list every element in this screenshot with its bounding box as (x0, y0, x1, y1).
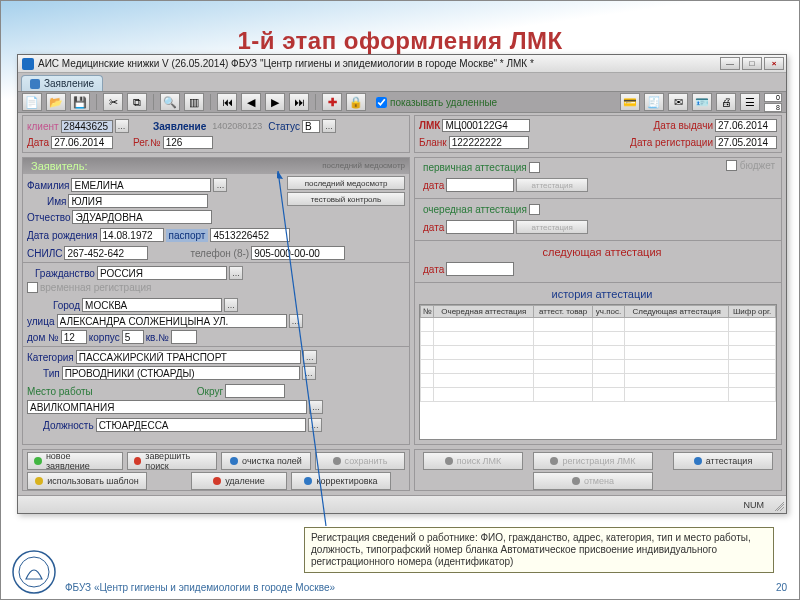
clear-fields-button[interactable]: очистка полей (221, 452, 311, 470)
reg-date-input[interactable] (715, 136, 777, 149)
status-input[interactable] (302, 120, 320, 133)
table-header[interactable]: Следующая аттестация (625, 306, 729, 318)
tool-prev-icon[interactable]: ◀ (241, 93, 261, 111)
phone-input[interactable] (251, 246, 345, 260)
lmk-reg-button[interactable]: регистрация ЛМК (533, 452, 653, 470)
finish-search-button[interactable]: завершить поиск (127, 452, 217, 470)
korpus-input[interactable] (122, 330, 144, 344)
street-input[interactable] (57, 314, 287, 328)
tool-medical-icon[interactable]: ✚ (322, 93, 342, 111)
tool-cut-icon[interactable]: ✂ (103, 93, 123, 111)
save-button[interactable]: сохранить (315, 452, 405, 470)
house-input[interactable] (61, 330, 87, 344)
snils-input[interactable] (64, 246, 148, 260)
table-header[interactable]: уч.пос. (592, 306, 624, 318)
surname-input[interactable] (71, 178, 211, 192)
dob-input[interactable] (100, 228, 164, 242)
table-row[interactable] (421, 360, 776, 374)
use-template-button[interactable]: использовать шаблон (27, 472, 147, 490)
primary-att-checkbox[interactable] (529, 162, 540, 173)
upcoming-date-input[interactable] (446, 262, 514, 276)
window-maximize-button[interactable]: □ (742, 57, 762, 70)
tab-application[interactable]: Заявление (21, 75, 103, 91)
show-deleted-checkbox[interactable]: показывать удаленные (376, 97, 497, 108)
flat-input[interactable] (171, 330, 197, 344)
client-lookup-button[interactable]: … (115, 119, 129, 133)
date-input[interactable] (51, 136, 113, 149)
position-input[interactable] (96, 418, 306, 432)
lmk-input[interactable] (442, 119, 530, 132)
passport-input[interactable] (210, 228, 290, 242)
workplace-input[interactable] (27, 400, 307, 414)
name-input[interactable] (68, 194, 208, 208)
workplace-lookup-button[interactable]: … (309, 400, 323, 414)
tool-id-icon[interactable]: 🪪 (692, 93, 712, 111)
table-row[interactable] (421, 374, 776, 388)
city-lookup-button[interactable]: … (224, 298, 238, 312)
citizenship-lookup-button[interactable]: … (229, 266, 243, 280)
tool-card-icon[interactable]: 💳 (620, 93, 640, 111)
new-app-button[interactable]: новое заявление (27, 452, 123, 470)
position-lookup-button[interactable]: … (308, 418, 322, 432)
table-header[interactable]: аттест. товар (534, 306, 592, 318)
correct-button[interactable]: корректировка (291, 472, 391, 490)
test-control-button[interactable]: тестовый контроль (287, 192, 405, 206)
table-row[interactable] (421, 388, 776, 402)
table-row[interactable] (421, 318, 776, 332)
table-header[interactable]: № (421, 306, 434, 318)
regno-input[interactable] (163, 136, 213, 149)
attestation-history-table[interactable]: №Очередная аттестацияаттест. товаруч.пос… (419, 304, 777, 440)
surname-lookup-button[interactable]: … (213, 178, 227, 192)
tool-list-icon[interactable]: ☰ (740, 93, 760, 111)
client-input[interactable] (61, 120, 113, 133)
table-row[interactable] (421, 332, 776, 346)
tool-save-icon[interactable]: 💾 (70, 93, 90, 111)
issue-date-input[interactable] (715, 119, 777, 132)
city-input[interactable] (82, 298, 222, 312)
window-minimize-button[interactable]: — (720, 57, 740, 70)
delete-button[interactable]: удаление (191, 472, 287, 490)
tool-open-icon[interactable]: 📂 (46, 93, 66, 111)
tool-mail-icon[interactable]: ✉ (668, 93, 688, 111)
blank-input[interactable] (449, 136, 529, 149)
tool-lock-icon[interactable]: 🔒 (346, 93, 366, 111)
table-header[interactable]: Шифр орг. (729, 306, 776, 318)
citizenship-input[interactable] (97, 266, 227, 280)
tool-search-icon[interactable]: 🔍 (160, 93, 180, 111)
cancel-button[interactable]: отмена (533, 472, 653, 490)
tool-new-icon[interactable]: 📄 (22, 93, 42, 111)
temp-reg-checkbox[interactable] (27, 282, 38, 293)
budget-checkbox[interactable] (726, 160, 737, 171)
table-header[interactable]: Очередная аттестация (434, 306, 534, 318)
tool-print-icon[interactable]: 🖨 (716, 93, 736, 111)
type-input[interactable] (62, 366, 300, 380)
slide-footer: ФБУЗ «Центр гигиены и эпидемиологии в го… (65, 582, 335, 593)
lmk-search-button[interactable]: поиск ЛМК (423, 452, 523, 470)
primary-date-input[interactable] (446, 178, 514, 192)
type-lookup-button[interactable]: … (302, 366, 316, 380)
last-exam-button[interactable]: последний медосмотр (287, 176, 405, 190)
next-att-checkbox[interactable] (529, 204, 540, 215)
tool-filter-icon[interactable]: ▥ (184, 93, 204, 111)
status-bar: NUM (18, 495, 786, 513)
status-lookup-button[interactable]: … (322, 119, 336, 133)
resize-grip-icon[interactable] (772, 499, 784, 511)
tool-last-icon[interactable]: ⏭ (289, 93, 309, 111)
category-lookup-button[interactable]: … (303, 350, 317, 364)
category-input[interactable] (76, 350, 301, 364)
tool-copy-icon[interactable]: ⧉ (127, 93, 147, 111)
primary-date-label: дата (423, 180, 444, 191)
window-close-button[interactable]: × (764, 57, 784, 70)
table-row[interactable] (421, 346, 776, 360)
next-date-input[interactable] (446, 220, 514, 234)
attestation-button[interactable]: аттестация (673, 452, 773, 470)
street-lookup-button[interactable]: … (289, 314, 303, 328)
patronymic-input[interactable] (72, 210, 212, 224)
tool-next-icon[interactable]: ▶ (265, 93, 285, 111)
next-att-button[interactable]: аттестация (516, 220, 588, 234)
okrug-input[interactable] (225, 384, 285, 398)
tool-first-icon[interactable]: ⏮ (217, 93, 237, 111)
primary-att-button[interactable]: аттестация (516, 178, 588, 192)
history-header: история аттестации (415, 286, 781, 302)
tool-receipt-icon[interactable]: 🧾 (644, 93, 664, 111)
